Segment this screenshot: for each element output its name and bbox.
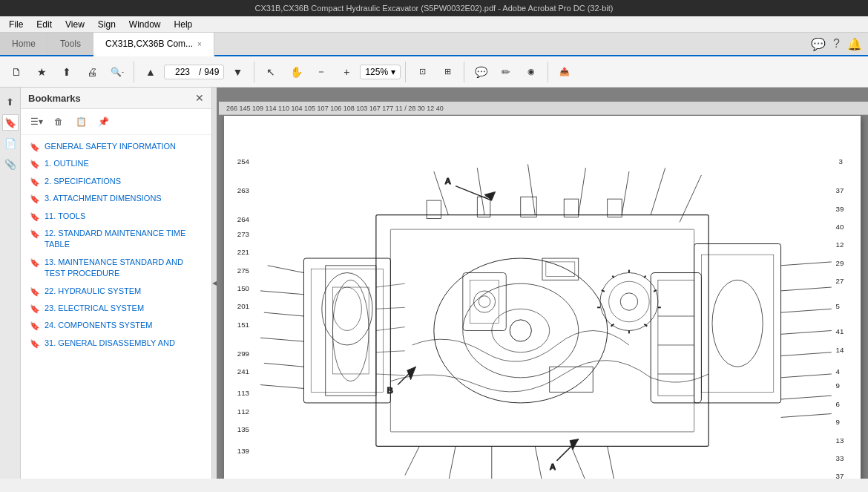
zoom-in-button[interactable]: +	[335, 60, 358, 84]
svg-text:5: 5	[836, 302, 840, 310]
svg-text:254: 254	[237, 157, 250, 165]
sidebar-close-button[interactable]: ✕	[195, 92, 204, 104]
svg-text:241: 241	[237, 367, 249, 375]
separator-1	[134, 62, 134, 82]
window-title: CX31B,CX36B Compact Hydraulic Excavator …	[6, 4, 862, 13]
bookmark-hydraulic[interactable]: 🔖 22. HYDRAULIC SYSTEM	[21, 283, 211, 300]
bookmark-text-8: 22. HYDRAULIC SYSTEM	[45, 286, 141, 297]
stamp-button[interactable]: ◉	[519, 60, 543, 84]
menu-bar: File Edit View Sign Window Help	[0, 16, 868, 33]
print-button[interactable]: 🖨	[80, 60, 104, 84]
bookmark-icon-5: 🔖	[30, 212, 40, 222]
sidebar-delete-button[interactable]: 🗑	[49, 112, 68, 131]
svg-text:113: 113	[237, 389, 249, 397]
sidebar-menu-button[interactable]: ☰▾	[27, 112, 46, 131]
bookmark-text-4: 3. ATTACHMENT DIMENSIONS	[45, 193, 162, 204]
panel-layers-icon[interactable]: 📄	[2, 135, 19, 151]
select-tool-button[interactable]: ↖	[259, 60, 283, 84]
bookmark-text-1: GENERAL SAFETY INFORMATION	[45, 141, 176, 152]
prev-page-button[interactable]: ▲	[139, 60, 162, 84]
bookmark-icon-2: 🔖	[30, 160, 40, 169]
sidebar-header: Bookmarks ✕	[21, 88, 211, 109]
zoom-out-button[interactable]: －	[309, 60, 333, 84]
pan-tool-button[interactable]: ✋	[284, 60, 308, 84]
bookmark-tools[interactable]: 🔖 11. TOOLS	[21, 208, 211, 225]
svg-text:275: 275	[237, 266, 249, 275]
next-page-button[interactable]: ▼	[226, 60, 249, 84]
panel-bookmarks-icon[interactable]: 🔖	[2, 114, 19, 131]
bookmark-specifications[interactable]: 🔖 2. SPECIFICATIONS	[21, 173, 211, 190]
svg-text:27: 27	[836, 277, 844, 285]
tab-close-btn[interactable]: ×	[197, 40, 202, 48]
zoom-search-button[interactable]: 🔍-	[105, 60, 129, 84]
menu-edit[interactable]: Edit	[30, 18, 58, 31]
page-nav[interactable]: / 949	[164, 65, 224, 79]
page-number-input[interactable]	[169, 67, 196, 77]
separator-4	[464, 62, 464, 82]
menu-window[interactable]: Window	[123, 18, 167, 31]
bookmark-text-2: 1. OUTLINE	[45, 158, 89, 169]
bookmark-icon-7: 🔖	[30, 258, 40, 268]
comment-button[interactable]: 💬	[469, 60, 493, 84]
bookmark-electrical[interactable]: 🔖 23. ELECTRICAL SYSTEM	[21, 300, 211, 317]
panel-share-icon[interactable]: ⬆	[2, 94, 19, 110]
notification-icon[interactable]: 🔔	[847, 37, 862, 51]
menu-view[interactable]: View	[59, 18, 91, 31]
svg-text:221: 221	[237, 248, 249, 256]
svg-text:14: 14	[836, 346, 844, 354]
zoom-control[interactable]: 125% ▾	[360, 65, 401, 79]
bookmark-components[interactable]: 🔖 24. COMPONENTS SYSTEM	[21, 317, 211, 334]
svg-text:3: 3	[839, 157, 843, 165]
panel-attach-icon[interactable]: 📎	[2, 156, 19, 172]
bookmark-maintenance-standard[interactable]: 🔖 13. MAINTENANCE STANDARD AND TEST PROC…	[21, 254, 211, 283]
separator-3	[405, 62, 406, 82]
bookmark-text-6: 12. STANDARD MAINTENANCE TIME TABLE	[45, 228, 206, 251]
tab-home[interactable]: Home	[0, 33, 48, 55]
bookmark-button[interactable]: ★	[30, 60, 53, 84]
svg-text:4: 4	[836, 367, 841, 375]
bookmark-maintenance-table[interactable]: 🔖 12. STANDARD MAINTENANCE TIME TABLE	[21, 225, 211, 254]
svg-text:A: A	[444, 176, 451, 186]
bookmark-icon-11: 🔖	[30, 339, 40, 349]
svg-text:40: 40	[836, 223, 844, 231]
fit-page-button[interactable]: ⊡	[410, 60, 434, 84]
svg-text:263: 263	[237, 186, 249, 194]
pen-button[interactable]: ✏	[494, 60, 518, 84]
svg-text:273: 273	[237, 230, 249, 238]
bookmark-text-7: 13. MAINTENANCE STANDARD AND TEST PROCED…	[45, 257, 206, 280]
menu-sign[interactable]: Sign	[92, 18, 122, 31]
svg-text:264: 264	[237, 215, 250, 223]
svg-text:6: 6	[836, 400, 840, 408]
sidebar-items: 🔖 GENERAL SAFETY INFORMATION 🔖 1. OUTLIN…	[21, 135, 211, 479]
pdf-area[interactable]: 266 145 109 114 110 104 105 107 106 108 …	[217, 88, 868, 479]
bookmark-icon-3: 🔖	[30, 177, 40, 187]
bookmark-text-11: 31. GENERAL DISASSEMBLY AND	[45, 338, 175, 349]
sidebar-pin-button[interactable]: 📌	[93, 112, 113, 131]
export-button[interactable]: 📤	[553, 60, 576, 84]
new-button[interactable]: 🗋	[4, 60, 28, 84]
bookmark-icon-9: 🔖	[30, 304, 40, 314]
fit-width-button[interactable]: ⊞	[435, 60, 459, 84]
menu-file[interactable]: File	[3, 18, 29, 31]
bookmark-attachment[interactable]: 🔖 3. ATTACHMENT DIMENSIONS	[21, 190, 211, 207]
bookmark-icon-6: 🔖	[30, 229, 40, 239]
svg-text:13: 13	[836, 436, 844, 445]
sidebar-new-button[interactable]: 📋	[71, 112, 91, 131]
bookmark-icon-4: 🔖	[30, 194, 40, 204]
tab-document[interactable]: CX31B,CX36B Com... ×	[93, 33, 214, 56]
menu-help[interactable]: Help	[168, 18, 199, 31]
bookmark-general-safety[interactable]: 🔖 GENERAL SAFETY INFORMATION	[21, 138, 211, 155]
help-icon[interactable]: ?	[833, 37, 840, 50]
svg-text:151: 151	[237, 321, 249, 329]
svg-text:33: 33	[836, 454, 844, 462]
bookmark-general-disassembly[interactable]: 🔖 31. GENERAL DISASSEMBLY AND	[21, 335, 211, 352]
chat-icon[interactable]: 💬	[811, 37, 826, 51]
upload-button[interactable]: ⬆	[55, 60, 79, 84]
svg-text:29: 29	[836, 259, 844, 267]
bookmark-outline[interactable]: 🔖 1. OUTLINE	[21, 155, 211, 172]
left-panel-icons: ⬆ 🔖 📄 📎	[0, 88, 21, 479]
tab-tools[interactable]: Tools	[48, 33, 93, 55]
pdf-page: 254 263 264 273 221 275 150 201 151 299 …	[224, 116, 861, 479]
svg-text:39: 39	[836, 205, 844, 213]
technical-drawing: 254 263 264 273 221 275 150 201 151 299 …	[231, 123, 853, 479]
